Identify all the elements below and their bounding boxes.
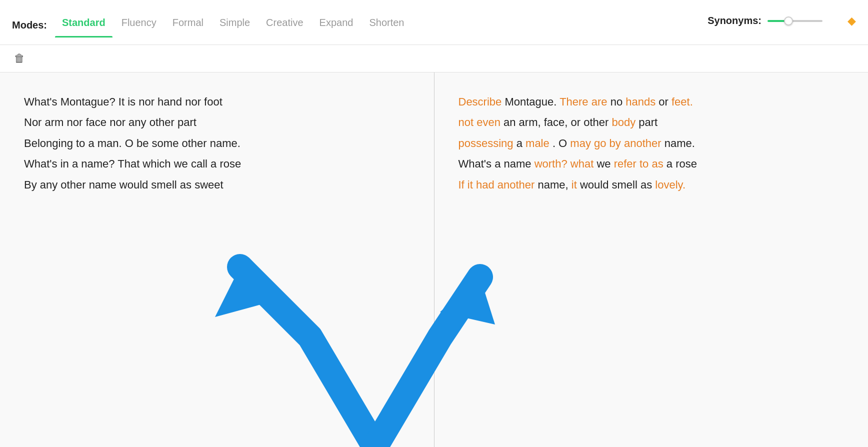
left-line-2: Nor arm nor face nor any other part (24, 113, 410, 132)
highlight-it: it (572, 178, 577, 191)
right-line-3: possessing a male . O may go by another … (458, 134, 844, 152)
modes-label: Modes: (12, 20, 47, 31)
highlight-describe: Describe (458, 96, 502, 108)
tab-creative[interactable]: Creative (259, 13, 310, 38)
highlight-there-are: There are (560, 96, 607, 108)
left-line-5: By any other name would smell as sweet (24, 176, 410, 194)
app-container: Modes: Standard Fluency Formal Simple Cr… (0, 0, 868, 447)
right-line-5: If it had another name, it would smell a… (458, 176, 844, 194)
highlight-refer-to-as: refer to as (614, 158, 664, 170)
tab-fluency[interactable]: Fluency (114, 13, 164, 38)
synonyms-label: Synonyms: (708, 15, 762, 26)
highlight-feet: feet. (672, 96, 693, 108)
trash-icon: 🗑 (14, 52, 25, 64)
synonyms-slider-thumb[interactable] (784, 16, 793, 26)
tab-simple[interactable]: Simple (212, 13, 257, 38)
synonyms-slider-track (768, 20, 822, 22)
synonyms-section: Synonyms: ◆ (708, 14, 856, 36)
highlight-male: male (526, 137, 550, 150)
action-bar: 🗑 (0, 45, 868, 72)
mode-tabs: Standard Fluency Formal Simple Creative … (55, 13, 708, 38)
left-line-4: What's in a name? That which we call a r… (24, 154, 410, 173)
right-panel: Describe Montague. There are no hands or… (434, 72, 868, 447)
synonyms-slider-container (768, 20, 838, 22)
highlight-if-it-had-another: If it had another (458, 178, 535, 191)
right-line-1: Describe Montague. There are no hands or… (458, 92, 844, 111)
tab-formal[interactable]: Formal (166, 13, 210, 38)
highlight-body: body (612, 116, 636, 128)
left-panel: What's Montague? It is nor hand nor foot… (0, 72, 434, 447)
tab-shorten[interactable]: Shorten (362, 13, 411, 38)
tab-expand[interactable]: Expand (312, 13, 360, 38)
highlight-worth-what: worth? what (534, 158, 594, 170)
tab-standard[interactable]: Standard (55, 13, 112, 38)
toolbar: Modes: Standard Fluency Formal Simple Cr… (0, 0, 868, 45)
content-area: What's Montague? It is nor hand nor foot… (0, 72, 868, 447)
left-line-3: Belonging to a man. O be some other name… (24, 134, 410, 152)
highlight-hands: hands (626, 96, 656, 108)
right-line-4: What's a name worth? what we refer to as… (458, 154, 844, 173)
trash-button[interactable]: 🗑 (12, 50, 27, 67)
highlight-may-go-by-another: may go by another (570, 137, 661, 150)
highlight-possessing: possessing (458, 137, 514, 150)
left-line-1: What's Montague? It is nor hand nor foot (24, 92, 410, 111)
highlight-not-even: not even (458, 116, 500, 128)
highlight-lovely: lovely. (655, 178, 686, 191)
diamond-icon: ◆ (848, 14, 856, 28)
right-line-2: not even an arm, face, or other body par… (458, 113, 844, 132)
